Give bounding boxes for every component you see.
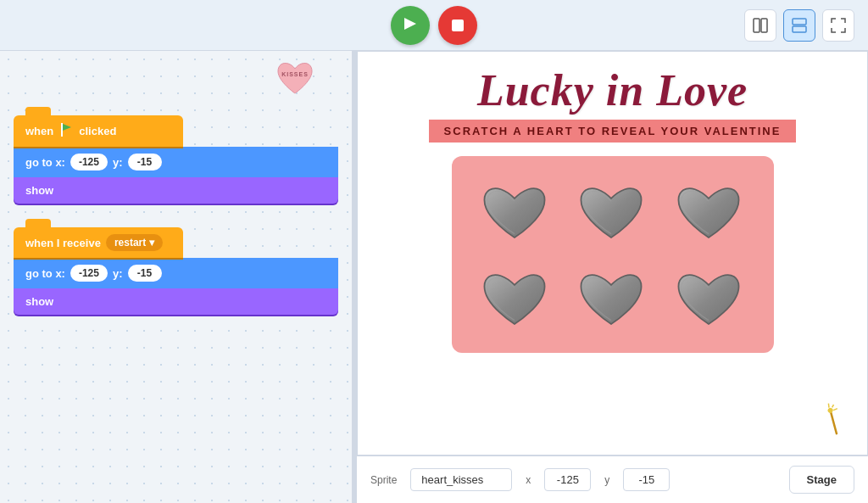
- wand-icon: [813, 401, 858, 448]
- x-input-1[interactable]: -125: [70, 154, 108, 170]
- show-label-1: show: [25, 184, 53, 197]
- heart-slot-3[interactable]: [666, 173, 751, 249]
- y-input-1[interactable]: -15: [128, 154, 162, 170]
- dropdown-arrow-icon: ▾: [149, 237, 154, 249]
- kisses-label: KISSES: [281, 71, 309, 77]
- layout-button[interactable]: [744, 9, 776, 42]
- receive-value: restart: [114, 237, 146, 249]
- sprite-label: Sprite: [370, 474, 397, 486]
- svg-rect-4: [793, 26, 806, 32]
- heart-slot-4[interactable]: [472, 260, 557, 336]
- stop-button[interactable]: [438, 6, 477, 45]
- show-block-2[interactable]: show: [14, 288, 338, 315]
- sprite-heart-kisses: KISSES: [274, 58, 316, 97]
- when-receive-text: when I receive: [25, 237, 101, 249]
- stage-panel: Lucky in Love SCRATCH A HEART TO REVEAL …: [357, 51, 868, 503]
- stage-tab[interactable]: Stage: [789, 466, 854, 494]
- svg-line-10: [832, 405, 834, 407]
- heart-slot-1[interactable]: [472, 173, 557, 249]
- stage-canvas: Lucky in Love SCRATCH A HEART TO REVEAL …: [357, 51, 868, 455]
- clicked-text: clicked: [79, 125, 116, 137]
- goto-label-2: go to x:: [25, 267, 65, 280]
- show-block-1[interactable]: show: [14, 177, 338, 204]
- svg-line-11: [833, 407, 837, 411]
- svg-line-9: [826, 404, 831, 408]
- game-content: Lucky in Love SCRATCH A HEART TO REVEAL …: [358, 52, 867, 455]
- code-panel: KISSES when clicked go to x: -125 y: -15: [0, 51, 352, 503]
- when-text: when: [25, 125, 53, 137]
- bottom-bar: Sprite heart_kisses x -125 y -15 Stage: [357, 455, 868, 503]
- when-flag-clicked-hat[interactable]: when clicked: [14, 115, 183, 147]
- hearts-grid: [452, 156, 774, 353]
- heart-slot-2[interactable]: [569, 173, 654, 249]
- svg-line-7: [822, 411, 845, 433]
- goto-block-2[interactable]: go to x: -125 y: -15: [14, 258, 338, 288]
- block-group-1: when clicked go to x: -125 y: -15 show: [14, 115, 338, 204]
- svg-rect-3: [793, 19, 806, 25]
- heart-slot-5[interactable]: [569, 260, 654, 336]
- show-label-2: show: [25, 295, 53, 308]
- receive-dropdown[interactable]: restart ▾: [106, 234, 163, 251]
- y-coord-input[interactable]: -15: [623, 468, 670, 491]
- view-controls: [744, 9, 854, 42]
- svg-marker-0: [404, 18, 416, 30]
- svg-rect-1: [754, 19, 760, 32]
- green-flag-button[interactable]: [391, 6, 430, 45]
- x-coord-label: x: [526, 474, 531, 486]
- svg-point-8: [826, 407, 833, 414]
- goto-block-1[interactable]: go to x: -125 y: -15: [14, 147, 338, 177]
- y-coord-label: y: [604, 474, 609, 486]
- flag-mini-icon: [58, 122, 74, 140]
- sprite-name-input[interactable]: heart_kisses: [410, 468, 512, 491]
- y-label-1: y:: [113, 156, 123, 169]
- goto-label-1: go to x:: [25, 156, 65, 169]
- split-view-button[interactable]: [783, 9, 815, 42]
- block-group-2: when I receive restart ▾ go to x: -125 y…: [14, 227, 338, 315]
- x-coord-input[interactable]: -125: [544, 468, 591, 491]
- when-receive-hat[interactable]: when I receive restart ▾: [14, 227, 183, 258]
- main-area: KISSES when clicked go to x: -125 y: -15: [0, 51, 868, 503]
- svg-rect-2: [761, 19, 767, 32]
- svg-marker-6: [63, 124, 71, 131]
- y-label-2: y:: [113, 267, 123, 280]
- heart-slot-6[interactable]: [666, 260, 751, 336]
- y-input-2[interactable]: -15: [128, 265, 162, 282]
- fullscreen-button[interactable]: [822, 9, 854, 42]
- game-title: Lucky in Love: [477, 69, 748, 113]
- svg-rect-5: [61, 123, 63, 137]
- game-subtitle: SCRATCH A HEART TO REVEAL YOUR VALENTINE: [429, 120, 797, 143]
- top-bar: [0, 0, 868, 51]
- x-input-2[interactable]: -125: [70, 265, 108, 282]
